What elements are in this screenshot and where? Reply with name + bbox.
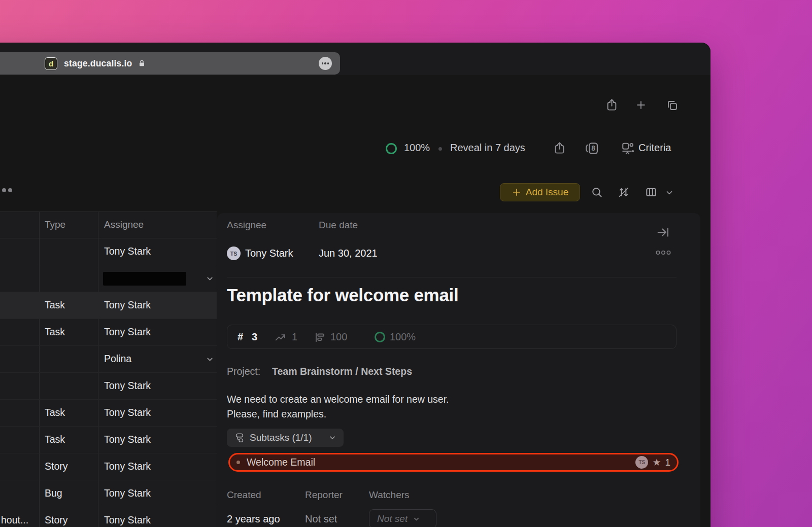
columns-view-icon[interactable] bbox=[645, 186, 658, 199]
progress-value: 100% bbox=[390, 331, 416, 343]
watchers-select[interactable]: Not set bbox=[369, 509, 436, 527]
reporter-value: Not set bbox=[305, 513, 337, 525]
subtask-item-highlighted[interactable]: Welcome Email TS ★ 1 bbox=[228, 453, 679, 472]
subtask-status-dot bbox=[236, 461, 240, 464]
tab-overview-icon[interactable] bbox=[665, 98, 679, 112]
lock-icon bbox=[138, 58, 146, 68]
assignee-avatar[interactable]: TS bbox=[227, 247, 241, 260]
chevron-down-icon[interactable] bbox=[665, 188, 674, 197]
table-row[interactable]: Bug Tony Stark bbox=[0, 480, 217, 507]
reporter-label: Reporter bbox=[305, 489, 343, 501]
due-date-value[interactable]: Jun 30, 2021 bbox=[319, 248, 378, 259]
votes-trend-icon bbox=[274, 331, 287, 344]
browser-url-bar[interactable]: d stage.ducalis.io bbox=[0, 52, 340, 75]
divider bbox=[227, 277, 676, 277]
star-icon: ★ bbox=[652, 458, 661, 467]
issue-id: 3 bbox=[252, 331, 257, 343]
table-row[interactable]: Task Tony Stark bbox=[0, 319, 217, 346]
table-row[interactable]: Tony Stark bbox=[0, 238, 217, 265]
star-count: 1 bbox=[665, 457, 670, 468]
created-label: Created bbox=[227, 489, 261, 501]
progress-percent: 100% bbox=[404, 142, 430, 154]
site-favicon: d bbox=[45, 57, 57, 70]
new-tab-icon[interactable] bbox=[635, 99, 647, 111]
criteria-label[interactable]: Criteria bbox=[638, 142, 671, 154]
issue-title[interactable]: Template for welcome email bbox=[227, 285, 458, 305]
subtask-title: Welcome Email bbox=[247, 456, 315, 468]
table-row[interactable]: Task Tony Stark bbox=[0, 427, 217, 453]
subtasks-toggle-button[interactable]: Subtasks (1/1) bbox=[227, 429, 344, 447]
description-line: Please, find examples. bbox=[227, 408, 326, 420]
score-bars-icon bbox=[313, 331, 326, 344]
collapse-panel-icon[interactable] bbox=[656, 225, 670, 239]
subtask-assignee-avatar: TS bbox=[635, 456, 648, 469]
criteria-icon[interactable] bbox=[621, 141, 635, 156]
issue-more-options-icon[interactable] bbox=[656, 250, 671, 256]
issue-detail-panel: Assignee Due date TS Tony Stark Jun 30, … bbox=[217, 213, 700, 527]
table-row[interactable]: Story Tony Stark bbox=[0, 453, 217, 480]
project-label: Project: bbox=[227, 366, 260, 377]
browser-share-icon[interactable] bbox=[605, 97, 619, 112]
created-value: 2 years ago bbox=[227, 513, 280, 525]
assignee-name[interactable]: Tony Stark bbox=[245, 248, 293, 259]
redacted-assignee bbox=[103, 272, 186, 286]
project-name[interactable]: Team Brainstorm / Next Steps bbox=[272, 366, 412, 377]
watchers-value: Not set bbox=[377, 513, 408, 524]
table-row[interactable]: Tony Stark bbox=[0, 373, 217, 400]
progress-ring-icon bbox=[386, 143, 397, 154]
reveal-countdown: Reveal in 7 days bbox=[450, 142, 525, 154]
chevron-down-icon[interactable] bbox=[206, 274, 214, 283]
search-icon[interactable] bbox=[590, 186, 603, 199]
issue-stats-bar: # 3 1 100 100% bbox=[227, 325, 676, 349]
issues-table: Type Assignee Tony Stark Task Tony Stark… bbox=[0, 212, 217, 527]
sorting-disabled-icon[interactable] bbox=[617, 186, 630, 199]
hash-icon: # bbox=[238, 331, 243, 343]
subtasks-label: Subtasks (1/1) bbox=[250, 432, 312, 443]
add-issue-label: Add Issue bbox=[526, 187, 569, 198]
chevron-down-icon bbox=[328, 434, 336, 442]
column-header-type[interactable]: Type bbox=[45, 219, 65, 230]
svg-text:8: 8 bbox=[591, 145, 595, 152]
assignee-label: Assignee bbox=[227, 220, 266, 231]
table-row[interactable]: Polina bbox=[0, 346, 217, 373]
due-date-label: Due date bbox=[319, 220, 358, 231]
url-text: stage.ducalis.io bbox=[64, 58, 132, 69]
plus-icon bbox=[512, 187, 522, 197]
subtasks-icon bbox=[234, 432, 245, 443]
description-line: We need to create an welcome email for n… bbox=[227, 394, 449, 405]
chevron-down-icon[interactable] bbox=[206, 355, 214, 364]
table-row[interactable]: hout... Story Tony Stark bbox=[0, 507, 217, 527]
score-value: 100 bbox=[330, 331, 347, 343]
separator-dot bbox=[438, 147, 442, 151]
table-header: Type Assignee bbox=[0, 212, 217, 238]
board-more-options-button[interactable] bbox=[0, 188, 12, 192]
page-more-options-button[interactable] bbox=[319, 57, 332, 70]
add-issue-button[interactable]: Add Issue bbox=[500, 183, 580, 201]
browser-window: d stage.ducalis.io 100% Reveal i bbox=[0, 43, 710, 527]
table-row-selected[interactable]: Task Tony Stark bbox=[0, 292, 217, 319]
table-row[interactable] bbox=[0, 265, 217, 292]
desktop-background: d stage.ducalis.io 100% Reveal i bbox=[0, 0, 812, 527]
share-icon[interactable] bbox=[553, 140, 566, 155]
table-row[interactable]: Task Tony Stark bbox=[0, 400, 217, 427]
progress-ring-icon bbox=[375, 332, 385, 342]
watchers-label: Watchers bbox=[369, 489, 410, 501]
column-header-assignee[interactable]: Assignee bbox=[104, 219, 144, 230]
chevron-down-icon bbox=[413, 515, 420, 523]
boards-count-icon[interactable]: 8 bbox=[584, 140, 600, 157]
votes-count: 1 bbox=[292, 331, 297, 343]
